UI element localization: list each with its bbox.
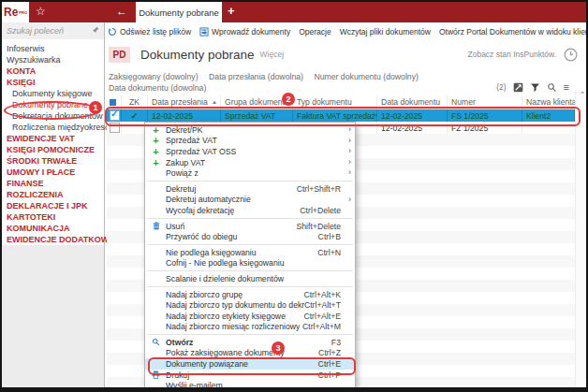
open-portal-button[interactable]: Otwórz Portal Dokumentów w widoku klient… [439, 27, 588, 36]
sidebar-item-konta[interactable]: KONTA [2, 65, 104, 77]
cell-typ-dokumentu: Faktura VAT sprzedaży [293, 109, 377, 122]
submenu-arrow-icon: › [348, 167, 351, 179]
column-header-zk[interactable]: ZK [122, 95, 148, 109]
pin-icon[interactable] [92, 26, 99, 36]
sidebar-item-srodki-trwale[interactable]: ŚRODKI TRWAŁE [2, 155, 104, 167]
app-logo[interactable]: RePRO [2, 2, 29, 22]
menu-item-drukuj[interactable]: DrukujCtrl+P [145, 370, 355, 381]
load-document-files-button[interactable]: Wczytaj pliki dokumentów [340, 27, 431, 36]
sidebar-item-ewidencje-dodatkowe[interactable]: EWIDENCJE DODATKOWE [2, 234, 104, 245]
filter-data-przeslania[interactable]: Data przesłania (dowolna) [209, 72, 303, 81]
sidebar-item-dekretacja-dokumentow[interactable]: Dekretacja dokumentów [2, 110, 104, 122]
column-header-data-przeslania[interactable]: Data przesłania▲ [148, 95, 221, 109]
menu-item-nadaj-zbiorczo-typ[interactable]: Nadaj zbiorczo typ dokumentu do dekretac… [145, 299, 355, 311]
column-header-data-dokumentu[interactable]: Data dokumentu [377, 95, 448, 109]
sidebar-item-ewidencje-vat[interactable]: EWIDENCJE VAT [2, 133, 104, 144]
search-icon[interactable] [547, 82, 557, 93]
sidebar-item-wyszukiwarka[interactable]: Wyszukiwarka [2, 54, 104, 65]
menu-item-dokumenty-powiazane[interactable]: Dokumenty powiązaneCtrl+E [145, 358, 355, 370]
column-header-nazwa-klienta[interactable]: Nazwa klienta [522, 95, 575, 109]
menu-item-dekretuj[interactable]: DekretujCtrl+Shift+R [145, 183, 355, 195]
printer-icon [149, 370, 163, 379]
sidebar-item-infoserwis[interactable]: Infoserwis [2, 43, 104, 54]
sidebar-item-kartoteki[interactable]: KARTOTEKI [2, 211, 104, 223]
menu-item-usun[interactable]: UsuńShift+Delete [145, 221, 355, 232]
sidebar: Szukaj poleceń Infoserwis Wyszukiwarka K… [2, 22, 105, 387]
cell-zk: ✓ [122, 109, 148, 122]
submenu-arrow-icon: › [348, 136, 351, 147]
menu-item-przywroc-do-obiegu[interactable]: Przywróć do obieguCtrl+B [145, 231, 355, 242]
menu-item-sprzedaz-vat-oss[interactable]: +Sprzedaż VAT OSS› [145, 146, 355, 157]
menu-item-nadaj-zbiorczo-miesiac[interactable]: Nadaj zbiorczo miesiąc rozliczeniowyCtrl… [145, 322, 355, 333]
menu-item-scalanie-i-dzielenie[interactable]: Scalanie i dzielenie dokumentów [145, 273, 355, 284]
back-arrow-icon[interactable]: ← [116, 5, 127, 18]
import-documents-icon [199, 27, 209, 36]
row-checkbox-unchecked[interactable] [110, 123, 120, 133]
menu-item-nadaj-zbiorczo-etykiety[interactable]: Nadaj zbiorczo etykiety księgoweCtrl+Alt… [145, 311, 355, 322]
menu-item-nie-podlega-ksiegowaniu[interactable]: Nie podlega księgowaniuCtrl+N [145, 247, 355, 258]
filter-funnel-icon[interactable] [530, 82, 540, 93]
menu-item-pokaz-zaksiegowane[interactable]: Pokaż zaksięgowane dokumentyCtrl+Z [145, 348, 355, 359]
scroll-up-icon[interactable]: ⌃ [580, 91, 586, 99]
submenu-arrow-icon: › [348, 124, 351, 136]
menu-item-sprzedaz-vat[interactable]: +Sprzedaż VAT› [145, 136, 355, 147]
menu-separator [147, 270, 353, 271]
sidebar-item-komunikacja[interactable]: KOMUNIKACJA [2, 223, 104, 234]
tab-dokumenty-pobrane[interactable]: Dokumenty pobrane [136, 2, 222, 22]
sidebar-item-finanse[interactable]: FINANSE [2, 178, 104, 189]
column-header-grupa-dokumentu[interactable]: Grupa dokumentu [221, 95, 293, 109]
filter-data-dokumentu[interactable]: Data dokumentu (dowolna) [109, 83, 206, 93]
sidebar-item-deklaracje-i-jpk[interactable]: DEKLARACJE I JPK [2, 200, 104, 211]
page-title: Dokumenty pobrane [140, 48, 255, 62]
list-menu-icon[interactable]: ≡ [564, 81, 569, 93]
refresh-file-list-button[interactable]: Odśwież listę plików [108, 27, 191, 36]
vertical-scrollbar[interactable]: ⌃ [575, 91, 588, 385]
logo-pro-label: PRO [19, 10, 27, 15]
menu-item-dekret-pk[interactable]: +Dekret/PK› [145, 124, 355, 136]
menu-item-wycofaj-dekretacje[interactable]: Wycofaj dekretacjęCtrl+Delete [145, 205, 355, 216]
preview-icon[interactable] [513, 82, 523, 93]
filter-zaksiegowany[interactable]: Zaksięgowany (dowolny) [109, 72, 198, 81]
row-checkbox-checked[interactable] [110, 110, 120, 121]
plus-icon: + [149, 125, 163, 135]
sidebar-item-umowy-i-place[interactable]: UMOWY I PŁACE [2, 167, 104, 178]
select-all-column-header[interactable] [107, 95, 122, 109]
row-select-cell[interactable] [107, 109, 122, 122]
cell-data-dokumentu: 12-02-2025 [377, 122, 448, 134]
menu-item-otworz[interactable]: OtwórzF3 [145, 337, 355, 348]
new-tab-plus-icon[interactable]: + [228, 4, 235, 18]
sidebar-empty-area [2, 245, 104, 387]
inspunkty-status[interactable]: Zobacz stan InsPunktów. [468, 47, 580, 63]
module-badge: PD [109, 47, 130, 63]
import-documents-button[interactable]: Wprowadź dokumenty [199, 27, 290, 36]
favorites-star-icon[interactable]: ☆ [36, 5, 46, 18]
select-all-icon[interactable] [110, 99, 116, 106]
sidebar-item-ksiegi-pomocnicze[interactable]: KSIĘGI POMOCNICZE [2, 144, 104, 155]
sidebar-item-dokumenty-ksiegowe[interactable]: Dokumenty księgowe [2, 88, 104, 99]
menu-item-dekretuj-automatycznie[interactable]: Dekretuj automatycznie› [145, 195, 355, 206]
menu-item-cofnij-nie-podlega[interactable]: Cofnij - Nie podlega księgowaniu [145, 258, 355, 269]
plus-icon: + [149, 147, 163, 156]
command-search-input[interactable]: Szukaj poleceń [2, 22, 104, 39]
menu-item-zakup-vat[interactable]: +Zakup VAT› [145, 157, 355, 168]
sidebar-item-ksiegi[interactable]: KSIĘGI [2, 77, 104, 88]
cell-numer: FZ 1/2025 [448, 122, 522, 134]
sidebar-item-dokumenty-pobrane[interactable]: Dokumenty pobrane [2, 99, 104, 110]
plus-icon: + [149, 136, 163, 145]
open-portal-label: Otwórz Portal Dokumentów w widoku klient… [439, 27, 588, 36]
title-more-link[interactable]: Więcej [260, 50, 285, 59]
sidebar-item-rozliczenia[interactable]: ROZLICZENIA [2, 189, 104, 200]
menu-item-powiaz-z[interactable]: Powiąż z› [145, 167, 355, 179]
sidebar-item-rozliczenia-miedzyokresowe[interactable]: Rozliczenia międzyokresowe [2, 122, 104, 133]
filter-numer-dokumentu[interactable]: Numer dokumentu (dowolny) [314, 72, 419, 81]
table-row-selected[interactable]: ✓ 12-02-2025 Sprzedaż VAT Faktura VAT sp… [107, 109, 575, 122]
column-header-typ-dokumentu[interactable]: Typ dokumentu [293, 95, 377, 109]
context-menu: +Dekret/PK› +Sprzedaż VAT› +Sprzedaż VAT… [144, 122, 356, 392]
module-nav: Infoserwis Wyszukiwarka KONTA KSIĘGI Dok… [2, 39, 104, 245]
column-header-numer[interactable]: Numer [448, 95, 522, 109]
menu-item-wyslij-emailem[interactable]: Wyślij e-mailem [145, 380, 355, 391]
cell-data-dokumentu: 12-02-2025 [377, 109, 448, 122]
menu-item-nadaj-zbiorczo-grupe[interactable]: Nadaj zbiorczo grupęCtrl+Alt+K [145, 289, 355, 300]
operations-button[interactable]: Operacje [299, 27, 331, 36]
row-select-cell[interactable] [107, 122, 122, 134]
